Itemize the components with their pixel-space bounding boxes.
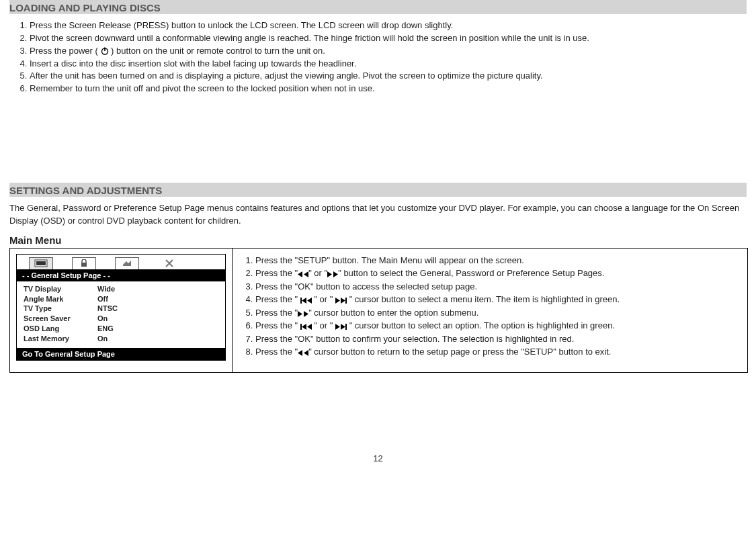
list-item: Remember to turn the unit off and pivot … bbox=[30, 83, 747, 95]
osd-value: ENG bbox=[97, 324, 114, 334]
dleft-icon bbox=[298, 271, 308, 277]
svg-rect-8 bbox=[345, 324, 347, 330]
osd-key: Angle Mark bbox=[24, 294, 97, 304]
power-icon bbox=[101, 47, 109, 55]
lock-icon bbox=[79, 259, 89, 267]
osd-key: Last Memory bbox=[24, 334, 97, 344]
display-icon bbox=[34, 259, 48, 267]
svg-rect-4 bbox=[81, 263, 87, 267]
osd-tab-preference bbox=[115, 257, 139, 269]
page-number: 12 bbox=[9, 453, 747, 463]
list-item: Press the " " or " " cursor button to se… bbox=[255, 319, 742, 332]
osd-title-band: - - General Setup Page - - bbox=[17, 269, 225, 281]
dright-icon bbox=[327, 271, 338, 277]
list-item: Press the "" or "" button to select the … bbox=[255, 267, 742, 280]
osd-tab-general bbox=[29, 257, 53, 269]
list-item: Insert a disc into the disc insertion sl… bbox=[30, 58, 747, 71]
osd-row: Last MemoryOn bbox=[24, 334, 218, 344]
osd-key: TV Display bbox=[24, 284, 97, 294]
osd-key: OSD Lang bbox=[24, 324, 97, 334]
osd-value: On bbox=[97, 334, 108, 344]
section-heading-loading: LOADING AND PLAYING DISCS bbox=[9, 0, 747, 14]
list-item: Press the "" cursor button to return to … bbox=[255, 345, 742, 359]
section-heading-settings: SETTINGS AND ADJUSTMENTS bbox=[9, 183, 747, 197]
main-menu-steps-list: Press the "SETUP" button. The Main Menu … bbox=[235, 254, 742, 359]
svg-rect-6 bbox=[345, 298, 347, 304]
main-menu-instructions: Press the "SETUP" button. The Main Menu … bbox=[233, 249, 747, 372]
list-item: Press the " " or " " cursor button to se… bbox=[255, 293, 742, 306]
osd-tab-close bbox=[158, 258, 181, 269]
close-icon bbox=[165, 259, 173, 267]
svg-rect-7 bbox=[300, 324, 302, 330]
list-item: Press the Screen Release (PRESS) button … bbox=[30, 19, 747, 32]
list-item: Press the "OK" button to confirm your se… bbox=[255, 332, 742, 346]
skipback-icon bbox=[300, 298, 312, 304]
osd-value: On bbox=[97, 314, 108, 324]
osd-row: TV DisplayWide bbox=[24, 284, 218, 294]
osd-row: OSD LangENG bbox=[24, 324, 218, 334]
dright-icon bbox=[298, 311, 308, 317]
list-item: Press the "SETUP" button. The Main Menu … bbox=[255, 254, 742, 267]
list-item: Press the "" cursor button to enter the … bbox=[255, 306, 742, 320]
main-menu-box: - - General Setup Page - - TV DisplayWid… bbox=[9, 248, 748, 373]
dleft-icon bbox=[298, 350, 308, 356]
osd-screenshot: - - General Setup Page - - TV DisplayWid… bbox=[10, 249, 233, 372]
list-item: Pivot the screen downward until a confor… bbox=[30, 32, 747, 45]
osd-tab-row bbox=[17, 255, 225, 269]
osd-value: Wide bbox=[97, 284, 115, 294]
list-item: After the unit has been turned on and is… bbox=[30, 70, 747, 83]
skipback-icon bbox=[300, 324, 312, 330]
osd-key: Screen Saver bbox=[24, 314, 97, 324]
svg-rect-5 bbox=[300, 298, 302, 304]
osd-panel: - - General Setup Page - - TV DisplayWid… bbox=[16, 254, 226, 361]
document-page: LOADING AND PLAYING DISCS Press the Scre… bbox=[0, 0, 756, 477]
osd-value: Off bbox=[97, 294, 108, 304]
svg-rect-3 bbox=[36, 261, 46, 265]
hand-icon bbox=[122, 259, 132, 267]
osd-row: Angle MarkOff bbox=[24, 294, 218, 304]
osd-row: Screen SaverOn bbox=[24, 314, 218, 324]
list-item: Press the "OK" button to access the sele… bbox=[255, 280, 742, 294]
osd-row: TV TypeNTSC bbox=[24, 304, 218, 314]
settings-intro-text: The General, Password or Preference Setu… bbox=[9, 202, 747, 228]
osd-tab-password bbox=[72, 257, 96, 269]
osd-value: NTSC bbox=[97, 304, 118, 314]
osd-footer-band: Go To General Setup Page bbox=[17, 348, 225, 360]
loading-steps-list: Press the Screen Release (PRESS) button … bbox=[9, 19, 747, 95]
osd-key: TV Type bbox=[24, 304, 97, 314]
osd-settings-list: TV DisplayWideAngle MarkOffTV TypeNTSCSc… bbox=[17, 281, 225, 348]
main-menu-subheading: Main Menu bbox=[9, 234, 747, 246]
list-item: Press the power ( ) button on the unit o… bbox=[30, 45, 747, 58]
skipfwd-icon bbox=[335, 298, 347, 304]
skipfwd-icon bbox=[335, 324, 347, 330]
